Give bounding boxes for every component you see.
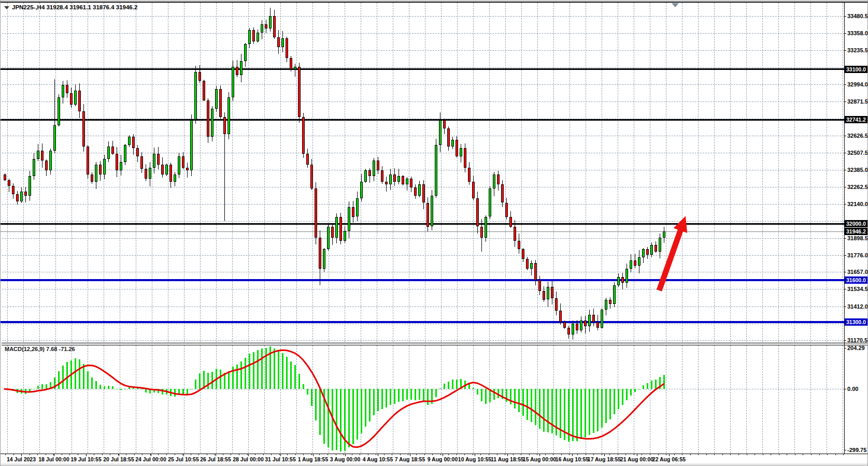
macd-histogram-bar — [402, 389, 404, 401]
horizontal-gridline — [2, 272, 844, 272]
vertical-gridline — [441, 345, 442, 453]
time-axis-minor-tick — [69, 454, 70, 455]
candle — [215, 89, 218, 109]
candle — [592, 315, 595, 322]
vertical-gridline — [425, 345, 425, 453]
candle — [74, 91, 77, 105]
macd-histogram-bar — [21, 389, 22, 394]
support-resistance-line[interactable] — [1, 223, 844, 225]
macd-histogram-bar — [99, 385, 101, 389]
candle — [530, 263, 533, 269]
candle — [37, 151, 39, 159]
macd-histogram-bar — [481, 389, 482, 401]
macd-histogram-bar — [207, 373, 209, 389]
price-axis-label: 31657.0 — [847, 269, 868, 275]
time-axis-minor-tick — [795, 454, 795, 455]
vertical-gridline — [345, 3, 345, 342]
support-resistance-line[interactable] — [1, 119, 844, 121]
time-axis-minor-tick — [182, 454, 183, 455]
vertical-gridline — [216, 345, 217, 453]
candle-wick — [295, 64, 295, 77]
vertical-gridline — [104, 345, 104, 453]
time-axis-minor-tick — [666, 454, 666, 455]
macd-histogram-bar — [83, 364, 84, 389]
price-axis-label: 32385.0 — [847, 167, 868, 173]
macd-histogram-bar — [162, 389, 163, 394]
horizontal-gridline — [2, 84, 844, 85]
macd-histogram-bar — [489, 389, 491, 402]
macd-histogram-bar — [79, 359, 80, 389]
vertical-gridline — [521, 345, 522, 453]
candle — [547, 287, 549, 299]
vertical-gridline — [232, 345, 233, 453]
macd-axis-label: 204.29 — [847, 345, 865, 351]
candle — [422, 184, 425, 202]
macd-histogram-bar — [352, 389, 354, 444]
candle — [609, 300, 611, 304]
chart-shift-marker-icon[interactable] — [672, 3, 679, 7]
candle — [373, 161, 375, 176]
macd-histogram-bar — [228, 371, 230, 389]
time-axis-label: 19 Jul 10:55 — [70, 456, 102, 462]
time-axis-minor-tick — [714, 454, 715, 455]
time-axis-minor-tick — [102, 454, 103, 455]
candle — [169, 165, 172, 182]
time-axis-minor-tick — [625, 454, 626, 455]
macd-histogram-bar — [655, 380, 657, 389]
macd-histogram-bar — [386, 389, 387, 407]
macd-histogram-bar — [224, 373, 225, 389]
vertical-gridline — [393, 345, 393, 453]
macd-histogram-bar — [564, 389, 565, 440]
vertical-gridline — [200, 345, 201, 453]
time-axis-minor-tick — [763, 454, 763, 455]
time-axis-minor-tick — [682, 454, 682, 455]
candle — [601, 310, 603, 328]
candle — [211, 109, 214, 137]
candle — [219, 89, 222, 117]
price-axis-label: 33480.5 — [847, 13, 868, 19]
time-axis-minor-tick — [175, 454, 175, 455]
macd-histogram-bar — [659, 377, 661, 389]
macd-histogram-bar — [431, 389, 433, 404]
candle — [567, 328, 570, 335]
macd-histogram-bar — [116, 389, 118, 389]
time-axis-minor-tick — [126, 454, 126, 455]
macd-histogram-bar — [315, 389, 317, 420]
time-axis-minor-tick — [328, 454, 328, 455]
time-axis-minor-tick — [618, 454, 618, 455]
candle — [555, 298, 558, 311]
time-axis-minor-tick — [271, 454, 272, 455]
support-resistance-line[interactable] — [1, 279, 844, 281]
candle — [310, 165, 313, 188]
candle — [203, 81, 205, 100]
macd-histogram-bar — [460, 379, 462, 389]
support-resistance-line[interactable] — [1, 321, 844, 323]
support-resistance-line[interactable] — [1, 68, 844, 70]
vertical-gridline — [650, 345, 650, 453]
vertical-gridline — [634, 345, 634, 453]
vertical-gridline — [618, 3, 618, 342]
candle — [53, 125, 56, 151]
time-axis-minor-tick — [706, 454, 707, 455]
macd-histogram-bar — [328, 389, 329, 447]
macd-histogram-bar — [618, 389, 619, 409]
macd-histogram-bar — [311, 389, 312, 406]
vertical-gridline — [762, 3, 763, 342]
time-axis-minor-tick — [730, 454, 731, 455]
macd-histogram-bar — [236, 365, 238, 389]
macd-histogram-bar — [531, 389, 532, 422]
time-axis-minor-tick — [634, 454, 634, 455]
macd-histogram-bar — [423, 389, 424, 401]
symbol-dropdown-icon[interactable] — [4, 6, 9, 9]
candle — [509, 217, 512, 227]
macd-histogram-bar — [626, 389, 628, 400]
candle — [194, 72, 197, 120]
price-axis-label: 32871.5 — [847, 99, 868, 105]
horizontal-gridline — [2, 289, 844, 289]
time-axis-minor-tick — [448, 454, 449, 455]
candle — [207, 100, 209, 137]
candle — [186, 168, 189, 170]
macd-histogram-bar — [630, 389, 632, 395]
candle — [227, 97, 230, 134]
vertical-gridline — [152, 3, 152, 342]
